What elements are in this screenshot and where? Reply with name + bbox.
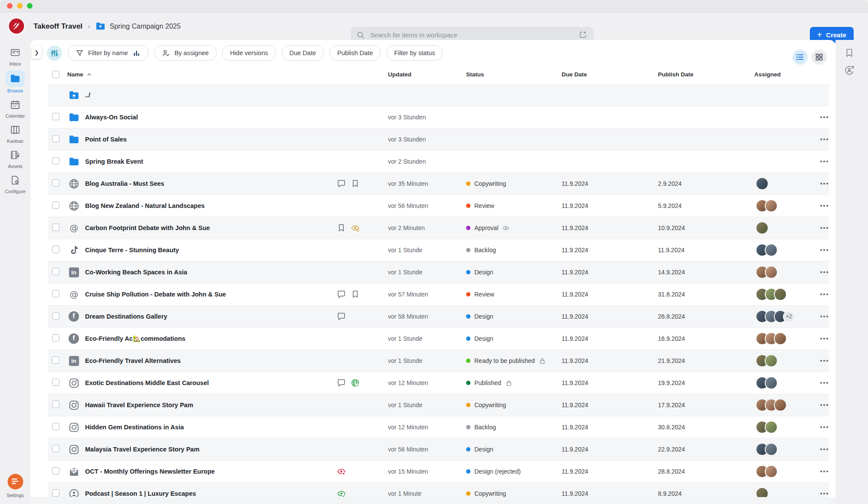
table-row[interactable]: inEco-Friendly Travel Alternativesvor 1 … <box>48 350 829 372</box>
row-checkbox[interactable] <box>52 157 59 165</box>
column-header-updated[interactable]: Updated <box>388 71 466 78</box>
table-row[interactable]: Spring Break Eventvor 2 Stunden <box>48 151 829 173</box>
item-name[interactable]: OCT - Monthly Offerings Newsletter Europ… <box>84 468 215 475</box>
sidebar-item-calendar[interactable]: Calendar <box>0 97 30 119</box>
sidebar-item-kanban[interactable]: Kanban <box>0 122 30 144</box>
row-checkbox[interactable] <box>52 379 59 386</box>
grid-view-button[interactable] <box>812 49 827 65</box>
row-menu-button[interactable] <box>819 116 829 118</box>
table-row[interactable]: Hidden Gem Destinations in Asiavor 12 Mi… <box>48 416 829 438</box>
column-header-status[interactable]: Status <box>466 71 562 78</box>
select-all-checkbox[interactable] <box>52 71 59 78</box>
sidebar-item-inbox[interactable]: Inbox <box>0 45 30 66</box>
filter-pill-filter-by-name[interactable]: Filter by name <box>68 45 148 61</box>
item-name[interactable]: Point of Sales <box>84 136 127 143</box>
table-row-parent-folder[interactable]: ../ <box>48 84 829 106</box>
list-view-button[interactable] <box>792 49 808 65</box>
sidebar-item-browse[interactable]: Browse <box>0 70 30 93</box>
row-menu-button[interactable] <box>819 471 829 472</box>
row-checkbox[interactable] <box>52 312 59 320</box>
row-checkbox[interactable] <box>52 135 59 142</box>
row-menu-button[interactable] <box>819 138 829 140</box>
table-row[interactable]: fDream Destinations Galleryvor 58 Minute… <box>48 306 829 328</box>
item-name[interactable]: Blog New Zealand - Natural Landscapes <box>84 202 205 209</box>
row-checkbox[interactable] <box>52 201 59 209</box>
table-row[interactable]: Cinque Terre - Stunning Beautyvor 1 Stun… <box>48 239 829 261</box>
table-row[interactable]: Always-On Socialvor 3 Stunden <box>48 106 829 128</box>
row-checkbox[interactable] <box>52 356 59 364</box>
search-input[interactable] <box>369 31 579 39</box>
sidebar-item-settings[interactable]: Settings <box>0 474 30 498</box>
filter-pill-publish-date[interactable]: Publish Date <box>329 45 381 61</box>
table-row[interactable]: Blog Australia - Must Seesvor 35 Minuten… <box>48 173 829 195</box>
table-row[interactable]: Blog New Zealand - Natural Landscapesvor… <box>48 195 829 217</box>
row-checkbox[interactable] <box>52 113 59 120</box>
expand-search-icon[interactable] <box>579 30 588 40</box>
row-checkbox[interactable] <box>52 334 59 342</box>
row-checkbox[interactable] <box>52 489 59 497</box>
user-status-icon[interactable] <box>844 65 855 76</box>
filter-pill-due-date[interactable]: Due Date <box>282 45 324 61</box>
row-menu-button[interactable] <box>819 426 829 428</box>
row-checkbox[interactable] <box>52 179 59 187</box>
bookmark-icon[interactable] <box>844 48 855 58</box>
breadcrumb-current-folder[interactable]: Spring Campaign 2025 <box>110 23 181 30</box>
row-menu-button[interactable] <box>819 183 829 184</box>
item-name[interactable]: Malaysia Travel Experience Story Pam <box>84 446 200 453</box>
maximize-window-button[interactable] <box>27 3 33 9</box>
item-name[interactable]: Spring Break Event <box>84 158 143 165</box>
item-name[interactable]: Carbon Footprint Debate with John & Sue <box>84 224 210 231</box>
row-checkbox[interactable] <box>52 401 59 408</box>
table-row[interactable]: Hawaii Travel Experience Story Pamvor 1 … <box>48 394 829 416</box>
table-row[interactable]: Point of Salesvor 3 Stunden <box>48 128 829 151</box>
filter-pill-hide-versions[interactable]: Hide versions <box>222 45 276 61</box>
item-name[interactable]: Blog Australia - Must Sees <box>84 180 164 187</box>
sidebar-item-assets[interactable]: Assets <box>0 148 30 169</box>
table-row[interactable]: OCT - Monthly Offerings Newsletter Europ… <box>48 461 829 483</box>
item-name[interactable]: Eco-Friendly Ac🏡commodations <box>84 335 185 343</box>
row-menu-button[interactable] <box>819 271 829 273</box>
column-header-name[interactable]: Name <box>63 71 388 78</box>
filter-pill-filter-by-status[interactable]: Filter by status <box>386 45 443 61</box>
row-menu-button[interactable] <box>819 493 829 494</box>
row-menu-button[interactable] <box>819 338 829 339</box>
sidebar-item-configure[interactable]: Configure <box>0 173 30 194</box>
row-menu-button[interactable] <box>819 448 829 450</box>
row-menu-button[interactable] <box>819 293 829 295</box>
breadcrumb-workspace[interactable]: Takeoff Travel <box>33 22 82 31</box>
column-header-publish-date[interactable]: Publish Date <box>658 71 754 78</box>
item-name[interactable]: Hidden Gem Destinations in Asia <box>84 424 184 431</box>
row-checkbox[interactable] <box>52 224 59 231</box>
row-checkbox[interactable] <box>52 246 59 253</box>
item-name[interactable]: Hawaii Travel Experience Story Pam <box>84 402 193 408</box>
row-menu-button[interactable] <box>819 227 829 229</box>
item-name[interactable]: Cruise Ship Pollution - Debate with John… <box>84 291 226 298</box>
close-window-button[interactable] <box>7 3 13 9</box>
column-header-assigned[interactable]: Assigned <box>754 71 819 78</box>
row-checkbox[interactable] <box>52 423 59 430</box>
row-checkbox[interactable] <box>52 467 59 474</box>
table-row[interactable]: fEco-Friendly Ac🏡commodationsvor 1 Stund… <box>48 328 829 350</box>
table-row[interactable]: @Carbon Footprint Debate with John & Sue… <box>48 217 829 239</box>
row-menu-button[interactable] <box>819 161 829 162</box>
row-checkbox[interactable] <box>52 290 59 297</box>
row-menu-button[interactable] <box>819 382 829 384</box>
row-menu-button[interactable] <box>819 404 829 406</box>
item-name[interactable]: Podcast | Season 1 | Luxury Escapes <box>84 490 196 497</box>
item-name[interactable]: Cinque Terre - Stunning Beauty <box>84 247 179 254</box>
row-menu-button[interactable] <box>819 205 829 207</box>
item-name[interactable]: Eco-Friendly Travel Alternatives <box>84 357 181 364</box>
item-name[interactable]: Co-Working Beach Spaces in Asia <box>84 269 187 276</box>
table-row[interactable]: Malaysia Travel Experience Story Pamvor … <box>48 438 829 461</box>
filter-settings-button[interactable] <box>47 46 62 61</box>
table-row[interactable]: inCo-Working Beach Spaces in Asiavor 1 S… <box>48 261 829 283</box>
row-menu-button[interactable] <box>819 360 829 362</box>
minimize-window-button[interactable] <box>17 3 23 9</box>
row-checkbox[interactable] <box>52 268 59 275</box>
filter-pill-by-assignee[interactable]: By assignee <box>154 45 217 61</box>
row-checkbox[interactable] <box>52 445 59 452</box>
row-menu-button[interactable] <box>819 316 829 317</box>
item-name[interactable]: Always-On Social <box>84 114 138 121</box>
item-name[interactable]: Exotic Destinations Middle East Carousel <box>84 379 209 386</box>
item-name[interactable]: Dream Destinations Gallery <box>84 313 167 320</box>
